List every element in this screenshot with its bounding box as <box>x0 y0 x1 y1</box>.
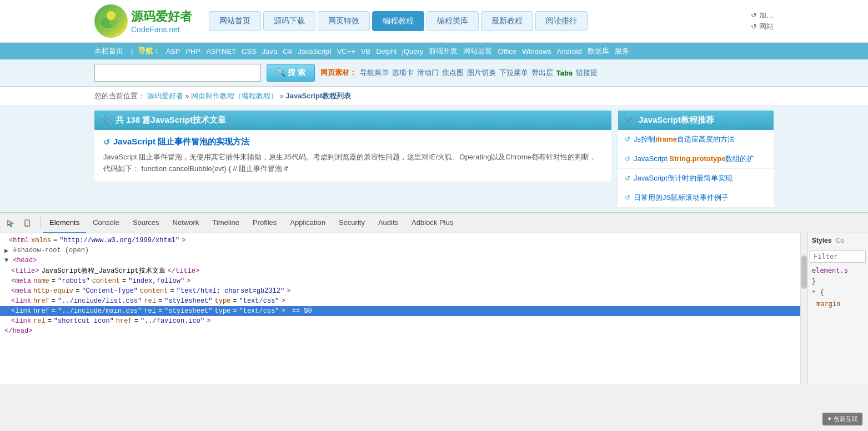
tab-elements[interactable]: Elements <box>43 213 86 233</box>
devtools-scrollbar[interactable] <box>800 233 807 384</box>
subnav-java[interactable]: Java <box>262 47 277 56</box>
tab-source[interactable]: 源码下载 <box>263 11 315 31</box>
search-bar: 🔍 搜 索 网页素材： 导航菜单 选项卡 滑动门 焦点图 图片切换 下拉菜单 弹… <box>0 59 868 87</box>
code-line-head[interactable]: ▼ <head> <box>0 255 800 265</box>
quick-link-1[interactable]: 导航菜单 <box>360 68 389 78</box>
top-nav-tabs: 网站首页 源码下载 网页特效 编程教程 编程类库 最新教程 阅读排行 <box>209 11 588 31</box>
tab-sources[interactable]: Sources <box>126 213 166 233</box>
side-item-4[interactable]: ↺ 日常用的JS鼠标滚动事件例子 <box>618 188 774 208</box>
styles-tab[interactable]: Styles <box>812 237 831 244</box>
side-refresh-4: ↺ <box>625 194 630 202</box>
svg-point-3 <box>107 11 116 20</box>
article-refresh-icon: ↺ <box>103 138 110 147</box>
tab-network[interactable]: Network <box>166 213 206 233</box>
subnav-jquery[interactable]: jQuery <box>402 47 423 56</box>
website-area: 源码爱好者 CodeFans.net 网站首页 源码下载 网页特效 编程教程 编… <box>0 0 868 212</box>
article-title-text: JavaScript 阻止事件冒泡的实现方法 <box>113 137 249 147</box>
side-clip-icon: 📎 <box>625 116 635 126</box>
style-rule-2: } <box>807 276 868 287</box>
side-panel-header: 📎 JavaScript教程推荐 <box>618 111 774 130</box>
breadcrumb-prefix: 您的当前位置： <box>94 92 145 100</box>
subnav-android[interactable]: Android <box>557 47 582 56</box>
subnav-office[interactable]: Office <box>498 47 516 56</box>
code-line-meta2[interactable]: <meta http-equiv="Content-Type" content=… <box>0 286 800 296</box>
quick-link-3[interactable]: 滑动门 <box>417 68 439 78</box>
code-line-meta1[interactable]: <meta name="robots" content="index,follo… <box>0 276 800 286</box>
quick-link-4[interactable]: 焦点图 <box>442 68 464 78</box>
site-header: 源码爱好者 CodeFans.net 网站首页 源码下载 网页特效 编程教程 编… <box>0 0 868 43</box>
quick-link-2[interactable]: 选项卡 <box>392 68 414 78</box>
tab-ranking[interactable]: 阅读排行 <box>535 11 588 31</box>
side-refresh-1: ↺ <box>625 136 630 143</box>
breadcrumb-category[interactable]: 网页制作教程（编程教程） <box>191 92 278 100</box>
subnav-frontend[interactable]: 前端开发 <box>429 46 458 56</box>
code-line-link3[interactable]: <link rel="shortcut icon" href="../favic… <box>0 316 800 326</box>
tab-adblock[interactable]: Adblock Plus <box>405 213 460 233</box>
side-item-1[interactable]: ↺ Js控制iframe自适应高度的方法 <box>618 130 774 149</box>
breadcrumb-sep2: » <box>280 92 286 100</box>
svg-rect-5 <box>26 225 28 226</box>
side-panel-title: JavaScript教程推荐 <box>639 115 714 126</box>
sub-nav: 本栏首页 | 导航： ASP PHP ASP.NET CSS Java C# J… <box>0 43 868 59</box>
side-refresh-3: ↺ <box>625 174 630 182</box>
subnav-csharp[interactable]: C# <box>283 47 292 56</box>
code-line-link2[interactable]: <link href="../include/main.css" rel="st… <box>0 306 800 316</box>
tab-application[interactable]: Application <box>283 213 332 233</box>
subnav-css[interactable]: CSS <box>242 47 257 56</box>
subnav-windows[interactable]: Windows <box>522 47 551 56</box>
tab-timeline[interactable]: Timeline <box>205 213 246 233</box>
subnav-home[interactable]: 本栏首页 <box>94 46 123 56</box>
side-item-3[interactable]: ↺ JavaScript倒计时的最简单实现 <box>618 169 774 188</box>
subnav-delphi[interactable]: Delphi <box>376 47 397 56</box>
code-line-head-close[interactable]: </head> <box>0 326 800 336</box>
breadcrumb-home[interactable]: 源码爱好者 <box>147 92 183 100</box>
article-title[interactable]: ↺ JavaScript 阻止事件冒泡的实现方法 <box>103 137 603 147</box>
devtools-elements-panel[interactable]: <html xmlns="http://www.w3.org/1999/xhtm… <box>0 233 800 384</box>
quick-link-tabs[interactable]: Tabs <box>556 69 573 77</box>
code-line-title[interactable]: <title>JavaScript教程_JavaScript技术文章</titl… <box>0 265 800 276</box>
subnav-db[interactable]: 数据库 <box>588 46 609 56</box>
tab-security[interactable]: Security <box>332 213 372 233</box>
subnav-javascript[interactable]: JavaScript <box>298 47 332 56</box>
subnav-service[interactable]: 服务 <box>615 46 629 56</box>
scrollbar-thumb[interactable] <box>801 255 807 289</box>
subnav-vb[interactable]: VB <box>361 47 370 56</box>
code-line-link1[interactable]: <link href="../include/list.css" rel="st… <box>0 296 800 306</box>
quick-link-5[interactable]: 图片切换 <box>467 68 496 78</box>
code-line-1[interactable]: <html xmlns="http://www.w3.org/1999/xhtm… <box>0 235 800 245</box>
tab-audits[interactable]: Audits <box>372 213 405 233</box>
subnav-vcpp[interactable]: VC++ <box>337 47 355 56</box>
tab-profiles[interactable]: Profiles <box>246 213 283 233</box>
tab-latest[interactable]: 最新教程 <box>481 11 533 31</box>
breadcrumb-current: JavaScript教程列表 <box>286 92 352 100</box>
quick-link-6[interactable]: 下拉菜单 <box>499 68 528 78</box>
tab-console[interactable]: Console <box>86 213 126 233</box>
style-rule-margin: margin <box>807 298 868 309</box>
refresh-icon-1: ↺ 加… <box>751 11 774 21</box>
side-item-2[interactable]: ↺ JavaScript String.prototype数组的扩 <box>618 149 774 169</box>
article-desc: JavaScript 阻止事件冒泡，无使用其它插件来辅助，原生JS代码。考虑到浏… <box>103 152 603 175</box>
subnav-asp[interactable]: ASP <box>165 47 180 56</box>
subnav-guide-label: 导航： <box>138 46 160 56</box>
header-right: ↺ 加… ↺ 网站 <box>751 11 774 32</box>
tab-effects[interactable]: 网页特效 <box>318 11 370 31</box>
content-area: 📎 共 138 篇JavaScript技术文章 ↺ JavaScript 阻止事… <box>0 106 868 212</box>
search-button[interactable]: 🔍 搜 索 <box>267 64 315 82</box>
subnav-aspnet[interactable]: ASP.NET <box>206 47 236 56</box>
code-line-shadow[interactable]: ▶ #shadow-root (open) <box>0 245 800 255</box>
search-input[interactable] <box>94 64 261 82</box>
styles-filter-input[interactable] <box>810 250 866 263</box>
tab-tutorial[interactable]: 编程教程 <box>372 11 424 31</box>
subnav-php[interactable]: PHP <box>185 47 200 56</box>
quick-link-7[interactable]: 弹出层 <box>531 68 553 78</box>
quick-links-label: 网页素材： <box>320 68 357 78</box>
quick-link-9[interactable]: 链接提 <box>576 68 598 78</box>
tab-home[interactable]: 网站首页 <box>209 11 261 31</box>
devtools-panel: Elements Console Sources Network Timelin… <box>0 212 868 384</box>
devtools-mobile-icon[interactable] <box>21 217 33 229</box>
devtools-cursor-icon[interactable] <box>4 217 17 229</box>
subnav-siteop[interactable]: 网站运营 <box>463 46 492 56</box>
co-tab[interactable]: Co <box>836 237 844 244</box>
logo-icon <box>94 4 128 38</box>
tab-library[interactable]: 编程类库 <box>427 11 479 31</box>
